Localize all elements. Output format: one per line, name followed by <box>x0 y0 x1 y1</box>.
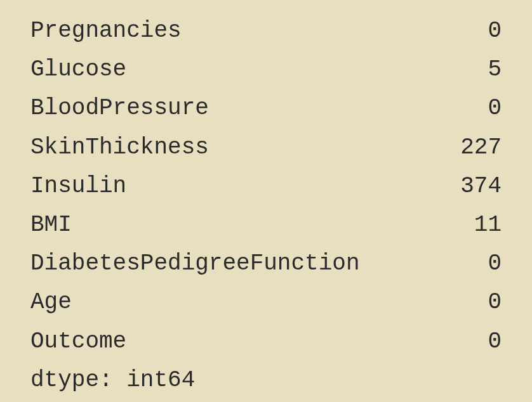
series-label: DiabetesPedigreeFunction <box>30 244 359 283</box>
series-value: 227 <box>460 128 502 167</box>
series-value: 0 <box>488 89 502 127</box>
series-row: BMI 11 <box>30 205 502 244</box>
series-value: 0 <box>488 283 502 321</box>
pandas-series-output: Pregnancies 0 Glucose 5 BloodPressure 0 … <box>30 11 502 399</box>
series-row: Pregnancies 0 <box>30 11 502 50</box>
series-label: BloodPressure <box>30 89 209 127</box>
series-value: 0 <box>488 11 502 50</box>
series-row: Insulin 374 <box>30 167 502 205</box>
series-label: Pregnancies <box>30 11 182 50</box>
series-label: Insulin <box>30 167 126 205</box>
series-label: Outcome <box>30 322 126 361</box>
series-dtype: dtype: int64 <box>30 361 502 399</box>
series-row: Outcome 0 <box>30 322 502 361</box>
series-value: 11 <box>474 205 502 244</box>
series-label: BMI <box>30 205 72 244</box>
series-label: Glucose <box>30 50 126 89</box>
series-value: 5 <box>488 50 502 89</box>
series-value: 0 <box>488 322 502 361</box>
series-row: BloodPressure 0 <box>30 89 502 127</box>
series-row: Age 0 <box>30 283 502 321</box>
series-label: SkinThickness <box>30 128 209 167</box>
series-row: SkinThickness 227 <box>30 128 502 167</box>
series-row: Glucose 5 <box>30 50 502 89</box>
series-label: Age <box>30 283 72 321</box>
series-value: 374 <box>460 167 502 205</box>
series-value: 0 <box>488 244 502 283</box>
series-row: DiabetesPedigreeFunction 0 <box>30 244 502 283</box>
